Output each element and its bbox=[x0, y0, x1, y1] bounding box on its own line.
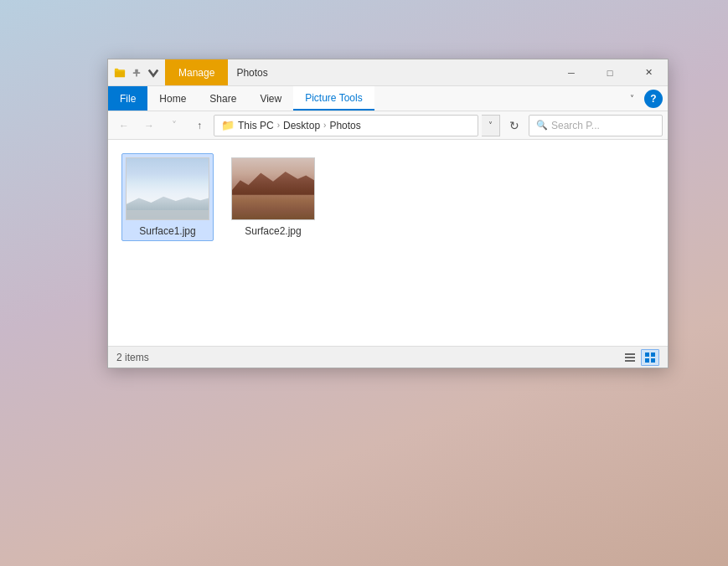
address-bar: ← → ˅ ↑ 📁 This PC › Desktop › Photos ˅ ↻… bbox=[108, 111, 668, 140]
file-name-surface1: Surface1.jpg bbox=[139, 225, 195, 237]
close-button[interactable]: ✕ bbox=[629, 59, 668, 85]
path-part-thispc: This PC bbox=[238, 120, 274, 131]
search-placeholder-text: Search P... bbox=[551, 120, 600, 131]
search-box[interactable]: 🔍 Search P... bbox=[529, 115, 663, 136]
window-controls: ─ □ ✕ bbox=[552, 59, 668, 85]
path-chevron-1: › bbox=[277, 121, 280, 130]
up-button[interactable]: ↑ bbox=[188, 115, 210, 136]
svg-rect-2 bbox=[135, 69, 138, 73]
svg-rect-8 bbox=[651, 352, 655, 357]
pin-icon[interactable] bbox=[130, 66, 143, 80]
ribbon-collapse-button[interactable]: ˅ bbox=[622, 90, 641, 108]
thumbnail-image-surface2 bbox=[232, 158, 314, 219]
folder-icon[interactable] bbox=[113, 66, 126, 80]
title-bar: Manage Photos ─ □ ✕ bbox=[108, 59, 668, 86]
tab-home[interactable]: Home bbox=[147, 86, 198, 111]
file-explorer-window: Manage Photos ─ □ ✕ File Home Share bbox=[107, 59, 669, 368]
large-icons-view-button[interactable] bbox=[641, 349, 659, 366]
tab-view[interactable]: View bbox=[248, 86, 293, 111]
maximize-button[interactable]: □ bbox=[591, 59, 629, 85]
details-view-button[interactable] bbox=[621, 349, 639, 366]
svg-rect-4 bbox=[625, 353, 635, 355]
help-button[interactable]: ? bbox=[644, 90, 663, 108]
tab-file[interactable]: File bbox=[108, 86, 147, 111]
forward-button[interactable]: → bbox=[138, 115, 160, 136]
svg-rect-5 bbox=[625, 357, 635, 358]
file-thumbnail-surface1 bbox=[126, 157, 209, 220]
svg-rect-6 bbox=[625, 360, 635, 362]
back-button[interactable]: ← bbox=[113, 115, 135, 136]
thumbnail-image-surface1 bbox=[126, 158, 209, 219]
refresh-button[interactable]: ↻ bbox=[503, 115, 525, 136]
file-name-surface2: Surface2.jpg bbox=[245, 225, 301, 237]
title-tabs: Manage Photos bbox=[165, 59, 552, 85]
file-thumbnail-surface2 bbox=[231, 157, 315, 220]
manage-tab[interactable]: Manage bbox=[165, 59, 228, 85]
svg-rect-10 bbox=[651, 358, 655, 363]
recent-locations-button[interactable]: ˅ bbox=[163, 115, 185, 136]
quick-access-toolbar bbox=[108, 59, 165, 85]
status-bar: 2 items bbox=[108, 346, 668, 368]
tab-picture-tools[interactable]: Picture Tools bbox=[293, 86, 374, 111]
tab-share[interactable]: Share bbox=[198, 86, 248, 111]
svg-rect-9 bbox=[645, 358, 649, 363]
window-title: Photos bbox=[228, 59, 552, 85]
ribbon-tabs: File Home Share View Picture Tools ˅ ? bbox=[108, 86, 668, 111]
qat-dropdown-icon[interactable] bbox=[147, 66, 160, 80]
address-path[interactable]: 📁 This PC › Desktop › Photos bbox=[214, 115, 478, 136]
file-item-surface1[interactable]: Surface1.jpg bbox=[121, 153, 214, 241]
path-part-desktop: Desktop bbox=[283, 120, 320, 131]
view-toggle-group bbox=[621, 349, 659, 366]
path-folder-icon: 📁 bbox=[221, 119, 235, 131]
ribbon-right-controls: ˅ ? bbox=[622, 86, 668, 111]
path-part-photos: Photos bbox=[329, 120, 360, 131]
content-area: Surface1.jpg Surface2.jpg bbox=[108, 140, 668, 346]
search-icon: 🔍 bbox=[536, 120, 548, 131]
file-item-surface2[interactable]: Surface2.jpg bbox=[227, 153, 319, 241]
svg-rect-7 bbox=[645, 352, 649, 357]
address-dropdown-button[interactable]: ˅ bbox=[482, 115, 500, 136]
path-chevron-2: › bbox=[323, 121, 326, 130]
item-count-label: 2 items bbox=[116, 352, 149, 363]
svg-rect-3 bbox=[136, 73, 137, 76]
minimize-button[interactable]: ─ bbox=[552, 59, 591, 85]
